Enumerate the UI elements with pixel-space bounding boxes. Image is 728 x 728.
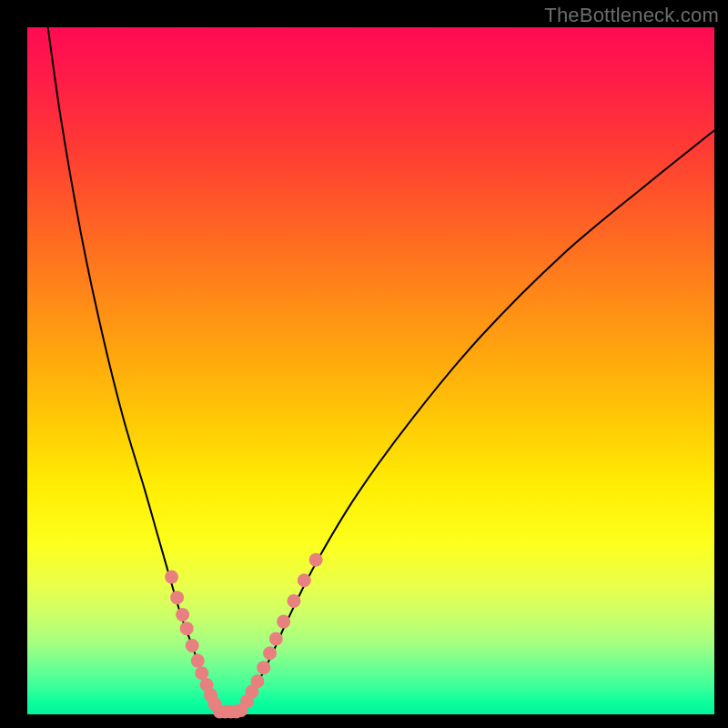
right-cluster-point (257, 661, 270, 674)
right-cluster-point (277, 615, 290, 629)
watermark-text: TheBottleneck.com (544, 4, 719, 27)
curve-paths (48, 27, 714, 715)
right-cluster-point (309, 553, 323, 567)
chart-container: TheBottleneck.com (0, 0, 728, 728)
right-cluster-point (263, 646, 277, 660)
right-cluster-point (250, 674, 264, 688)
plot-area (27, 27, 714, 714)
left-cluster-point (176, 608, 189, 622)
right-cluster-point (298, 573, 311, 587)
left-cluster-point (170, 591, 184, 604)
left-cluster-point (191, 654, 205, 668)
right-cluster-point (287, 594, 300, 608)
curve-layer (27, 27, 714, 714)
right-cluster-point (269, 632, 283, 645)
left-cluster-point (195, 666, 208, 680)
left-cluster-point (180, 622, 194, 635)
left-cluster-point (165, 571, 178, 584)
v-curve (48, 27, 714, 715)
left-cluster-point (186, 639, 199, 652)
